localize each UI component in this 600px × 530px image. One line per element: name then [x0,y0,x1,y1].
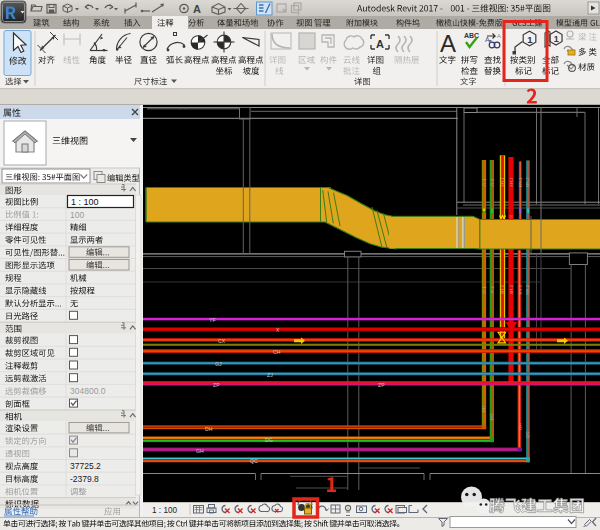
svg-text:ZP: ZP [213,382,220,388]
svg-text:JY-2: JY-2 [490,286,495,295]
svg-text:QC: QC [250,458,258,464]
svg-text:CX: CX [218,338,226,344]
svg-text:1: 1 [527,34,533,45]
svg-text:X: X [276,327,280,333]
svg-text:A: A [440,30,456,57]
svg-text:XH-2: XH-2 [509,284,514,294]
svg-text:1 : 100: 1 : 100 [71,197,99,207]
svg-text:GJ: GJ [215,361,222,367]
svg-text:XH-2: XH-2 [509,177,514,187]
svg-text:A: A [497,33,501,39]
svg-text:DG: DG [265,437,273,443]
svg-text:1 : 100: 1 : 100 [152,506,177,515]
svg-text:XH-1: XH-1 [500,284,505,294]
svg-text:GH: GH [196,448,204,454]
svg-text:DG: DG [489,413,494,420]
svg-text:-2379.8: -2379.8 [70,474,99,484]
svg-text:NS-2: NS-2 [525,284,530,294]
svg-text:1: 1 [554,34,559,44]
svg-text:RS-1: RS-1 [518,177,523,187]
svg-text:304800.0: 304800.0 [70,386,106,396]
svg-text:37725.2: 37725.2 [70,461,101,471]
svg-text:A: A [376,38,384,50]
svg-text:ZP: ZP [378,382,385,388]
svg-text:100: 100 [70,210,84,220]
svg-text:NS-2: NS-2 [525,177,530,187]
svg-text:QC: QC [525,431,530,438]
svg-text:JY-1: JY-1 [482,178,487,187]
svg-text:ZJ: ZJ [267,372,273,378]
svg-text:JY-2: JY-2 [490,178,495,187]
svg-text:GH: GH [518,423,523,430]
svg-text:DH: DH [481,406,486,412]
svg-text:DH: DH [205,426,213,432]
svg-text:XH-1: XH-1 [500,177,505,187]
svg-text:JY-1: JY-1 [482,286,487,295]
svg-text:RS-1: RS-1 [518,284,523,294]
svg-text:YF: YF [209,317,216,323]
svg-text:CH: CH [273,349,281,355]
svg-text:A: A [193,3,201,15]
